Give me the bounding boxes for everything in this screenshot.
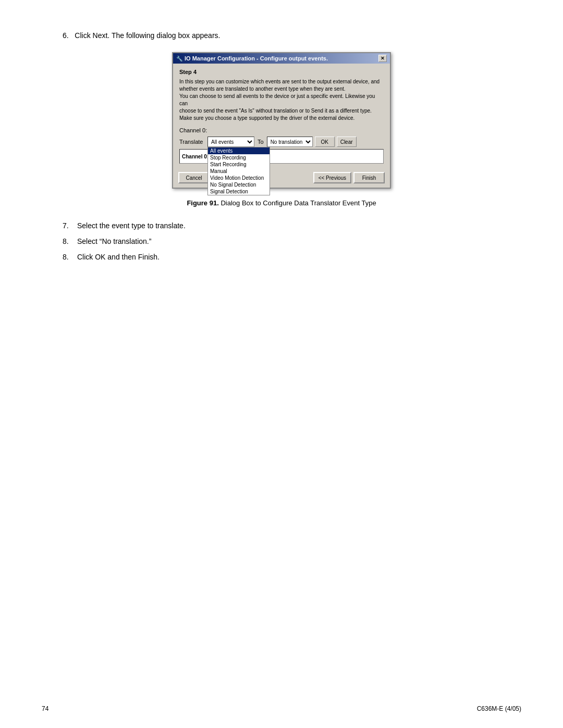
dropdown-item-all-events[interactable]: All events — [208, 147, 270, 154]
previous-button[interactable]: << Previous — [313, 172, 351, 183]
list-item-7: 7. Select the event type to translate. — [63, 221, 521, 230]
event-type-dropdown[interactable]: All events All events Stop Recording Sta… — [207, 137, 254, 147]
page-number: 74 — [42, 705, 48, 712]
list-item-8a: 8. Select “No translation.” — [63, 237, 521, 245]
figure-caption: Figure 91. Dialog Box to Configure Data … — [42, 199, 521, 207]
dropdown-item-no-signal[interactable]: No Signal Detection — [208, 181, 270, 188]
finish-button[interactable]: Finish — [353, 172, 385, 183]
event-type-select[interactable]: All events — [207, 137, 254, 147]
page-footer: 74 C636M-E (4/05) — [42, 705, 521, 712]
dialog-box: 🔧 IO Manager Configuration - Configure o… — [172, 52, 391, 189]
to-label: To — [258, 139, 264, 145]
translation-select[interactable]: No translation — [267, 137, 313, 147]
step-6-text: 6. Click Next. The following dialog box … — [63, 31, 521, 40]
step-header: Step 4 — [179, 69, 384, 75]
dropdown-item-signal[interactable]: Signal Detection — [208, 188, 270, 195]
step-description: In this step you can customize which eve… — [179, 78, 384, 122]
doc-ref: C636M-E (4/05) — [477, 705, 521, 712]
dialog-titlebar: 🔧 IO Manager Configuration - Configure o… — [173, 53, 390, 64]
dialog-icon: 🔧 — [176, 56, 182, 61]
channel-grid-label: Channel 0: — [182, 154, 209, 159]
cancel-button[interactable]: Cancel — [178, 172, 210, 183]
dropdown-list[interactable]: All events Stop Recording Start Recordin… — [207, 147, 270, 195]
dropdown-item-manual[interactable]: Manual — [208, 168, 270, 175]
translate-label: Translate — [179, 139, 205, 145]
close-button[interactable]: ✕ — [378, 55, 387, 62]
channel-label: Channel 0: — [179, 127, 384, 133]
dialog-title: IO Manager Configuration - Configure out… — [185, 55, 328, 61]
dialog-footer: Cancel << Previous Finish — [173, 169, 390, 188]
translate-row: Translate All events All events Stop Rec… — [179, 137, 384, 147]
dropdown-item-stop-recording[interactable]: Stop Recording — [208, 154, 270, 161]
ok-button[interactable]: OK — [315, 137, 335, 147]
dropdown-item-start-recording[interactable]: Start Recording — [208, 161, 270, 168]
dropdown-item-video-motion[interactable]: Video Motion Detection — [208, 175, 270, 181]
clear-button[interactable]: Clear — [337, 137, 357, 147]
list-item-8b: 8. Click OK and then Finish. — [63, 253, 521, 261]
